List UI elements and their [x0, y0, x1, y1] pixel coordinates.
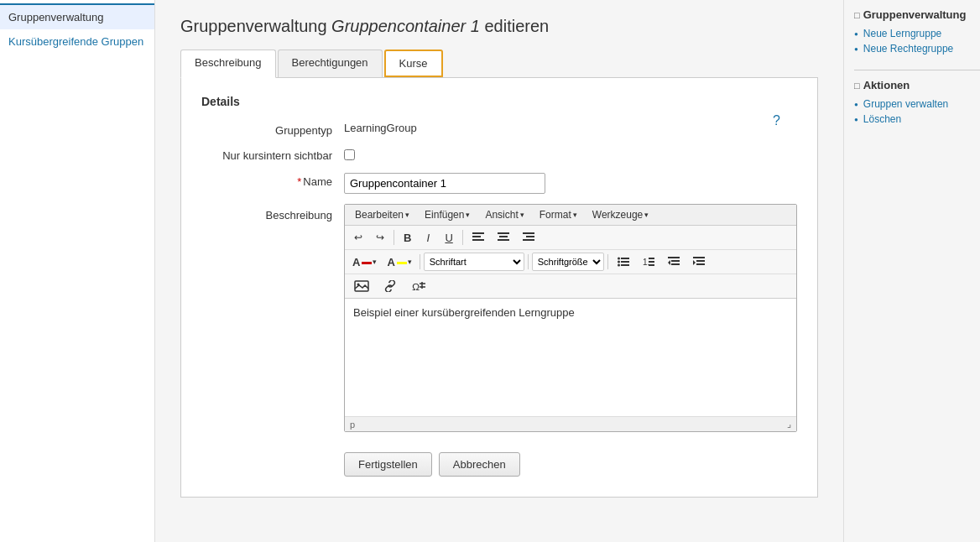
rte-menu-format[interactable]: Format ▾ [533, 206, 584, 223]
rte-font-bg-color[interactable]: A ▾ [383, 253, 415, 271]
rte-align-center[interactable] [492, 228, 515, 247]
svg-rect-16 [649, 258, 654, 259]
separator-1 [394, 230, 394, 245]
format-arrow: ▾ [573, 211, 577, 219]
sidebar-link-gruppen-verwalten[interactable]: Gruppen verwalten [854, 96, 980, 112]
rte-bold[interactable]: B [398, 228, 417, 247]
svg-rect-2 [472, 239, 484, 241]
svg-rect-10 [621, 258, 629, 259]
svg-point-9 [618, 258, 620, 260]
page-title-suffix: editieren [480, 17, 549, 35]
svg-rect-4 [499, 236, 508, 237]
form-row-beschreibung: Beschreibung Bearbeiten ▾ Einfügen [201, 204, 797, 432]
rte-menu-einfuegen[interactable]: Einfügen ▾ [418, 206, 477, 223]
help-icon[interactable]: ? [773, 113, 780, 128]
right-sidebar: □ Gruppenverwaltung Neue Lerngruppe Neue… [843, 0, 980, 542]
left-navigation: Gruppenverwaltung Kursübergreifende Grup… [0, 0, 155, 542]
separator-4 [528, 254, 529, 269]
svg-rect-5 [498, 239, 509, 241]
input-name[interactable] [344, 173, 545, 194]
value-kursintern [344, 147, 797, 163]
sidebar-header-aktionen: □ Aktionen [854, 79, 980, 91]
rte-resize-handle[interactable]: ⌟ [787, 419, 791, 430]
tab-berechtigungen[interactable]: Berechtigungen [278, 50, 383, 77]
svg-rect-17 [649, 261, 654, 263]
separator-5 [607, 254, 608, 269]
svg-rect-23 [693, 257, 705, 258]
rich-text-editor: Bearbeiten ▾ Einfügen ▾ Ansicht ▾ [344, 204, 797, 432]
svg-rect-21 [671, 263, 680, 265]
svg-rect-3 [498, 232, 509, 234]
nav-item-kursuebergreifende[interactable]: Kursübergreifende Gruppen [0, 29, 154, 54]
rte-font-color[interactable]: A ▾ [348, 253, 381, 271]
sidebar-link-neue-rechtegruppe[interactable]: Neue Rechtegruppe [854, 41, 980, 56]
rte-wrapper: Bearbeiten ▾ Einfügen ▾ Ansicht ▾ [344, 204, 797, 432]
label-kursintern: Nur kursintern sichtbar [201, 147, 344, 162]
rte-align-left[interactable] [467, 228, 490, 247]
sidebar-link-loeschen[interactable]: Löschen [854, 112, 980, 127]
sidebar-toggle-aktionen[interactable]: □ [854, 81, 860, 91]
rte-indent-decrease[interactable] [662, 253, 685, 271]
svg-point-13 [618, 264, 620, 267]
svg-rect-19 [668, 257, 680, 258]
page-title-italic: Gruppencontainer 1 [331, 17, 480, 35]
svg-marker-22 [668, 260, 670, 265]
rte-undo[interactable]: ↩ [348, 228, 368, 247]
rte-insert-special[interactable]: Ω [405, 277, 432, 295]
rte-content-area[interactable]: Beispiel einer kursübergreifenden Lerngr… [345, 299, 796, 416]
svg-rect-8 [523, 239, 534, 241]
rte-menu-ansicht[interactable]: Ansicht ▾ [478, 206, 530, 223]
werkzeuge-arrow: ▾ [644, 211, 649, 219]
rte-path: p [350, 420, 355, 430]
sidebar-title-aktionen: Aktionen [863, 79, 910, 91]
tab-beschreibung[interactable]: Beschreibung [180, 50, 276, 78]
svg-point-11 [618, 261, 620, 263]
svg-rect-12 [621, 261, 629, 263]
nav-item-gruppenverwaltung[interactable]: Gruppenverwaltung [0, 3, 154, 29]
separator-3 [420, 254, 420, 269]
checkbox-kursintern[interactable] [344, 149, 355, 160]
sidebar-toggle-gruppenverwaltung[interactable]: □ [854, 10, 860, 20]
sidebar-section-aktionen: □ Aktionen Gruppen verwalten Löschen [854, 79, 980, 127]
abbrechen-button[interactable]: Abbrechen [439, 452, 520, 477]
rte-indent-increase[interactable] [687, 253, 711, 271]
rte-list-unordered[interactable] [612, 253, 635, 271]
rte-redo[interactable]: ↪ [370, 228, 390, 247]
svg-rect-6 [523, 232, 534, 234]
tab-kurse[interactable]: Kurse [384, 50, 443, 77]
value-gruppentyp: LearningGroup [344, 122, 797, 134]
rte-menu-bearbeiten[interactable]: Bearbeiten ▾ [348, 206, 416, 223]
tab-bar: Beschreibung Berechtigungen Kurse [180, 50, 818, 78]
rte-statusbar: p ⌟ [345, 416, 796, 431]
label-name: Name [201, 173, 344, 188]
rte-underline[interactable]: U [439, 228, 458, 247]
svg-rect-20 [671, 260, 680, 262]
rte-text: Beispiel einer kursübergreifenden Lerngr… [353, 306, 575, 319]
sidebar-link-neue-lerngruppe[interactable]: Neue Lerngruppe [854, 26, 980, 41]
rte-toolbar-1: ↩ ↪ B I U [345, 226, 796, 250]
svg-rect-0 [472, 232, 484, 234]
rte-font-size[interactable]: Schriftgröße 8 10 12 14 16 [532, 253, 604, 271]
rte-menubar: Bearbeiten ▾ Einfügen ▾ Ansicht ▾ [345, 205, 796, 226]
form-row-name: Name [201, 173, 797, 194]
rte-align-right[interactable] [517, 228, 540, 247]
page-title-prefix: Gruppenverwaltung [180, 17, 331, 35]
separator-2 [462, 230, 463, 245]
rte-list-ordered[interactable]: 1. [637, 253, 660, 271]
rte-toolbar-3: Ω [345, 274, 796, 299]
svg-text:Ω: Ω [412, 281, 420, 292]
rte-menu-werkzeuge[interactable]: Werkzeuge ▾ [586, 206, 655, 223]
rte-font-family[interactable]: Schriftart Arial Times New Roman Courier [424, 253, 524, 271]
fertigstellen-button[interactable]: Fertigstellen [344, 452, 432, 477]
form-actions: Fertigstellen Abbrechen [344, 452, 797, 477]
sidebar-header-gruppenverwaltung: □ Gruppenverwaltung [854, 8, 980, 21]
rte-insert-image[interactable] [348, 277, 375, 295]
svg-rect-7 [526, 236, 534, 237]
page-title: Gruppenverwaltung Gruppencontainer 1 edi… [180, 17, 818, 36]
bearbeiten-arrow: ▾ [405, 211, 409, 219]
svg-rect-24 [696, 260, 705, 262]
ansicht-arrow: ▾ [520, 211, 524, 219]
rte-insert-link[interactable] [377, 277, 404, 295]
rte-italic[interactable]: I [419, 228, 437, 247]
form-row-kursintern: Nur kursintern sichtbar [201, 147, 797, 163]
